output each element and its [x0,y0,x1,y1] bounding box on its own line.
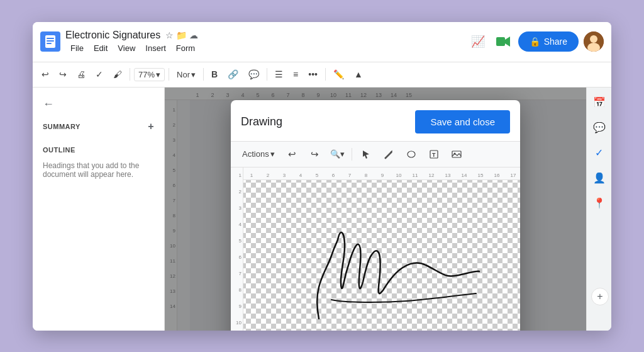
drawing-canvas[interactable]: 1 2 3 4 5 6 7 8 9 10 11 12 13 [231,167,520,331]
d-rtick: 4 [292,173,309,178]
drawing-toolbar: Actions ▾ ↩ ↪ 🔍▾ [231,142,520,167]
drawing-title: Drawing [241,115,282,128]
right-sidebar-calendar-icon[interactable]: 📅 [589,93,609,113]
browser-window: Electronic Signatures ☆ 📁 ☁ File Edit Vi… [33,22,611,331]
svg-rect-5 [496,37,505,46]
menu-insert[interactable]: Insert [140,42,171,54]
toolbar-bold[interactable]: B [208,67,221,82]
docs-right-controls: 📈 🔒 Share [468,31,604,52]
docs-topbar: Electronic Signatures ☆ 📁 ☁ File Edit Vi… [33,22,611,62]
draw-redo-btn[interactable]: ↪ [306,145,324,163]
d-rtick: 17 [505,173,520,178]
actions-label: Actions [242,149,269,159]
draw-select-btn[interactable] [357,145,375,163]
d-rtick: 15 [472,173,489,178]
star-icon[interactable]: ☆ [165,30,174,40]
sidebar-outline-text: Headings that you add to the document wi… [43,161,154,179]
toolbar-link[interactable]: 🔗 [224,67,242,82]
d-rtick: 9 [374,173,391,178]
zoom-level[interactable]: 77% ▾ [134,68,165,81]
analytics-icon[interactable]: 📈 [468,31,488,52]
save-close-button[interactable]: Save and close [415,110,510,133]
sidebar-back-button[interactable]: ← [33,95,164,116]
docs-title-area: Electronic Signatures ☆ 📁 ☁ File Edit Vi… [65,30,468,54]
share-button[interactable]: 🔒 Share [518,31,579,52]
meet-icon[interactable] [493,31,513,52]
toolbar-sep-5 [325,68,326,81]
signature-area [243,180,520,331]
d-rtick: 5 [309,173,325,178]
toolbar-spellcheck[interactable]: ✓ [92,67,107,82]
sidebar-summary-add[interactable]: + [148,121,154,132]
actions-dropdown[interactable]: Actions ▾ [238,147,279,161]
right-sidebar-add-button[interactable]: + [591,288,609,305]
d-vtick: 6 [239,249,242,266]
draw-image-btn[interactable] [448,145,465,163]
d-vtick: 7 [239,266,242,282]
d-vtick: 10 [236,315,242,331]
d-vtick: 9 [239,298,242,315]
menu-format[interactable]: Form [171,42,200,54]
d-rtick: 13 [440,173,456,178]
docs-formatting-toolbar: ↩ ↪ 🖨 ✓ 🖌 77% ▾ Nor ▾ B 🔗 💬 ☰ ≡ ••• ✏️ ▲ [33,62,611,88]
menu-view[interactable]: View [113,42,140,54]
title-icons: ☆ 📁 ☁ [165,30,198,40]
toolbar-comment[interactable]: 💬 [245,67,263,82]
d-rtick: 11 [407,173,423,178]
svg-point-11 [408,151,415,157]
d-rtick: 6 [325,173,341,178]
menu-file[interactable]: File [65,42,89,54]
zoom-arrow: ▾ [156,70,160,79]
d-rtick: 14 [456,173,472,178]
sidebar-summary-title: SUMMARY + [43,121,154,132]
draw-zoom-btn[interactable]: 🔍▾ [329,145,347,163]
d-vtick: 8 [239,282,242,298]
docs-app-icon [40,31,60,52]
d-vtick: 3 [239,200,242,217]
draw-pen-btn[interactable] [380,145,397,163]
sidebar-outline-title: OUTLINE [33,141,164,156]
draw-text-btn[interactable]: T [425,145,443,163]
svg-text:T: T [432,152,436,158]
d-rtick: 1 [243,173,260,178]
toolbar-edit-mode[interactable]: ✏️ [330,67,348,82]
svg-marker-6 [505,37,510,47]
cloud-icon[interactable]: ☁ [189,30,198,40]
share-lock-icon: 🔒 [530,37,540,47]
right-sidebar-tasks-icon[interactable]: ✓ [589,143,609,163]
draw-shape-btn[interactable] [402,145,420,163]
draw-sep-1 [352,148,352,161]
toolbar-more[interactable]: ••• [304,67,321,82]
drawing-header: Drawing Save and close [231,100,520,142]
d-rtick: 2 [260,173,276,178]
toolbar-redo[interactable]: ↪ [55,67,70,82]
toolbar-list[interactable]: ☰ [271,67,287,82]
toolbar-normal-text[interactable]: Nor ▾ [173,69,199,81]
folder-icon[interactable]: 📁 [176,30,187,40]
d-rtick: 3 [276,173,292,178]
drawing-ruler-h: 1 2 3 4 5 6 7 8 9 10 11 12 13 [243,167,520,180]
toolbar-num-list[interactable]: ≡ [289,67,302,82]
toolbar-print[interactable]: 🖨 [73,67,89,82]
sidebar-outline-section: Headings that you add to the document wi… [33,156,164,184]
docs-title-row: Electronic Signatures ☆ 📁 ☁ [65,30,468,41]
user-avatar[interactable] [584,31,604,52]
draw-undo-btn[interactable]: ↩ [284,145,301,163]
svg-rect-3 [47,40,54,42]
docs-body: ← SUMMARY + OUTLINE Headings that you ad… [33,88,611,331]
modal-overlay: Drawing Save and close Actions ▾ ↩ ↪ 🔍▾ [165,88,586,331]
toolbar-collapse[interactable]: ▲ [350,67,367,82]
drawing-dialog: Drawing Save and close Actions ▾ ↩ ↪ 🔍▾ [231,100,520,331]
d-rtick: 12 [423,173,440,178]
toolbar-undo[interactable]: ↩ [38,67,53,82]
toolbar-sep-1 [130,68,130,81]
normal-arrow: ▾ [191,70,196,79]
right-sidebar-contacts-icon[interactable]: 👤 [589,168,609,188]
d-vtick: 1 [239,167,242,184]
right-sidebar-chat-icon[interactable]: 💬 [589,118,609,138]
menu-edit[interactable]: Edit [89,42,113,54]
d-rtick: 8 [358,173,374,178]
d-vtick: 5 [239,233,242,249]
toolbar-paint[interactable]: 🖌 [109,67,126,82]
right-sidebar-maps-icon[interactable]: 📍 [589,193,609,213]
